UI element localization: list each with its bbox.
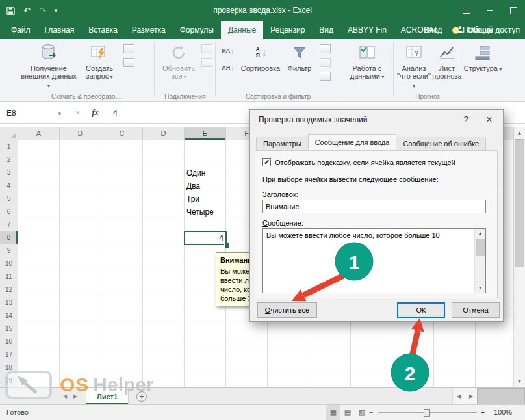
refresh-all-button[interactable]: Обновить все [157,41,200,92]
dialog-close-button[interactable]: × [477,110,502,129]
column-header[interactable]: C [101,127,143,140]
get-external-data-button[interactable]: Получение внешних данных [21,41,77,92]
maximize-icon[interactable] [502,0,525,21]
insert-function-icon[interactable]: fx [86,108,104,118]
dialog-tab-strip: Параметры Сообщение для ввода Сообщение … [256,134,485,150]
show-tooltip-checkbox[interactable]: ✓ [262,158,271,166]
recent-sources-icon[interactable] [123,58,134,67]
zoom-thumb[interactable] [424,409,430,417]
save-icon[interactable] [6,7,15,15]
page-break-view-icon[interactable] [355,405,369,420]
oshelper-watermark: OS Helper [5,371,154,399]
what-if-analysis-button[interactable]: ? Анализ "что если" [395,41,433,92]
select-all-corner[interactable] [0,127,18,140]
row-header[interactable]: 3 [0,166,18,179]
row-header[interactable]: 8 [0,231,18,244]
row-header[interactable]: 10 [0,257,18,270]
page-layout-view-icon[interactable] [340,405,355,420]
clear-filter-icon[interactable] [320,44,331,53]
zoom-in-button[interactable]: + [481,405,485,420]
row-header[interactable]: 1 [0,140,18,153]
vscroll-up-icon[interactable] [514,127,525,139]
vertical-scrollbar[interactable] [513,127,525,387]
dialog-help-button[interactable]: ? [456,110,476,129]
row-header[interactable]: 2 [0,153,18,166]
vscroll-thumb[interactable] [515,139,524,267]
zoom-level[interactable]: 100% [494,405,512,420]
row-header[interactable]: 14 [0,309,18,322]
sign-in-link[interactable]: Вход [424,25,442,34]
column-header[interactable]: A [18,127,60,140]
title-field-label: Заголовок: [262,190,298,198]
row-header[interactable]: 17 [0,348,18,361]
row-header[interactable]: 15 [0,322,18,335]
undo-icon[interactable] [23,7,31,15]
hscroll-left-icon[interactable] [452,388,465,404]
minimize-icon[interactable] [478,0,502,21]
outline-button[interactable]: Структура [463,41,503,92]
title-field[interactable] [262,200,486,213]
dialog-tab[interactable]: Параметры [256,137,309,151]
message-scrollbar[interactable] [474,229,485,293]
ribbon-tab[interactable]: Главная [38,21,82,39]
quick-access-toolbar [6,7,57,15]
edit-links-icon[interactable] [201,58,212,67]
ribbon-display-options-icon[interactable] [455,0,478,21]
forecast-sheet-button[interactable]: Лист прогноза [434,41,460,92]
vscroll-down-icon[interactable] [514,376,525,387]
ribbon-tab[interactable]: Рецензир [263,21,312,39]
sort-button[interactable]: АЯ Сортировка [240,41,281,92]
row-header[interactable]: 5 [0,192,18,205]
ribbon-tab[interactable]: Вид [312,21,340,39]
name-box[interactable]: E8 [0,103,66,123]
row-header[interactable]: 13 [0,296,18,309]
connection-properties-icon[interactable] [201,44,212,53]
ribbon-tab[interactable]: Файл [4,21,38,39]
scroll-up-icon[interactable] [475,229,485,238]
row-header[interactable]: 9 [0,244,18,257]
sort-az-button[interactable]: АЯ [218,60,238,75]
zoom-out-button[interactable]: − [369,405,373,420]
row-header[interactable]: 4 [0,179,18,192]
checkmark-icon: ✓ [264,159,270,166]
advanced-filter-icon[interactable] [320,72,331,81]
cancel-entry-icon[interactable]: × [69,108,86,118]
customize-quick-access-icon[interactable] [55,8,58,14]
cancel-button[interactable]: Отмена [452,302,500,318]
row-header[interactable]: 12 [0,283,18,296]
normal-view-icon[interactable] [326,405,340,420]
row-header[interactable]: 11 [0,270,18,283]
ribbon-tab[interactable]: Формулы [173,21,221,39]
ribbon-tab[interactable]: ABBYY Fin [340,21,394,39]
name-box-dropdown-icon[interactable] [58,109,66,118]
row-header[interactable]: 16 [0,335,18,348]
fill-handle[interactable] [224,243,230,248]
share-button[interactable]: Общий доступ [456,25,520,35]
zoom-slider[interactable] [378,405,477,420]
ribbon-tab[interactable]: Разметка [125,21,173,39]
filter-button[interactable]: Фильтр [283,41,316,92]
reapply-filter-icon[interactable] [320,58,331,67]
sort-za-button[interactable]: ЯА [218,44,238,58]
dialog-tab[interactable]: Сообщение об ошибке [396,137,486,151]
message-field[interactable]: Вы можете ввести любое число, которое бо… [262,228,486,293]
hscroll-thumb[interactable] [477,388,525,404]
redo-icon[interactable] [39,7,46,15]
hscroll-right-icon[interactable] [465,388,477,404]
column-header[interactable]: E [185,127,226,140]
new-query-button[interactable]: Создать запрос [79,41,120,92]
ribbon-tab[interactable]: Вставка [81,21,125,39]
scroll-down-icon[interactable] [475,283,485,293]
data-tools-button[interactable]: Работа с данными [343,41,391,92]
message-scroll-thumb[interactable] [476,239,485,256]
from-table-icon[interactable] [123,44,134,53]
column-header[interactable]: D [143,127,185,140]
dialog-tab[interactable]: Сообщение для ввода [308,134,397,150]
ok-button[interactable]: ОК [397,302,445,318]
column-header[interactable]: B [60,127,101,140]
row-header[interactable]: 7 [0,218,18,231]
row-header[interactable]: 6 [0,205,18,218]
ribbon-tab[interactable]: Данные [221,21,263,39]
clear-all-button[interactable]: Очистить все [257,302,317,318]
horizontal-scrollbar[interactable] [452,388,525,404]
